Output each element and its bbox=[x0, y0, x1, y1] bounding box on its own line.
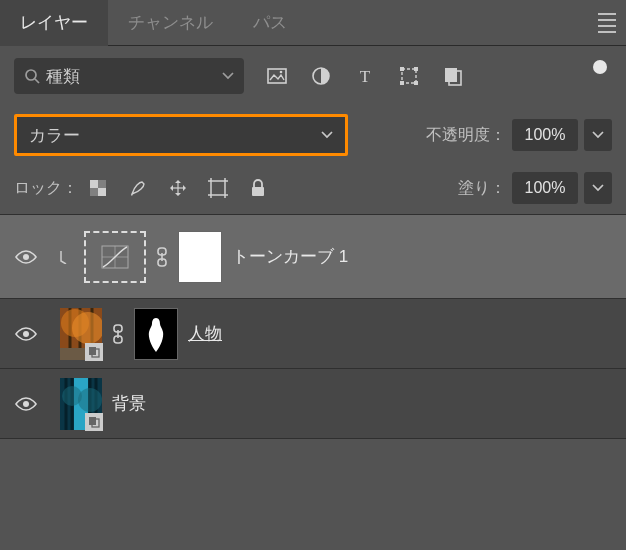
svg-rect-9 bbox=[400, 81, 404, 85]
chevron-down-icon bbox=[321, 131, 333, 139]
lock-position-icon[interactable] bbox=[168, 178, 188, 198]
svg-text:T: T bbox=[360, 67, 371, 85]
filter-toggle[interactable] bbox=[588, 58, 612, 94]
filter-adjustment-icon[interactable] bbox=[310, 65, 332, 87]
layer-thumbnail[interactable] bbox=[60, 308, 102, 360]
tab-layers[interactable]: レイヤー bbox=[0, 0, 108, 46]
fill-caret[interactable] bbox=[584, 172, 612, 204]
filter-pixel-icon[interactable] bbox=[266, 65, 288, 87]
fill-input[interactable]: 100% bbox=[512, 172, 578, 204]
svg-point-29 bbox=[23, 254, 29, 260]
svg-point-46 bbox=[23, 401, 29, 407]
svg-rect-16 bbox=[90, 188, 98, 196]
link-icon[interactable] bbox=[156, 247, 168, 267]
visibility-icon[interactable] bbox=[15, 396, 37, 412]
lock-artboard-icon[interactable] bbox=[208, 178, 228, 198]
svg-point-0 bbox=[26, 70, 36, 80]
lock-pixels-icon[interactable] bbox=[128, 178, 148, 198]
svg-rect-6 bbox=[402, 69, 416, 83]
blend-row: カラー 不透明度： 100% bbox=[0, 106, 626, 166]
svg-line-1 bbox=[35, 79, 39, 83]
tab-paths[interactable]: パス bbox=[233, 0, 307, 46]
opacity-input[interactable]: 100% bbox=[512, 119, 578, 151]
layer-row[interactable]: 背景 bbox=[0, 369, 626, 439]
chevron-down-icon bbox=[222, 72, 234, 80]
panel-tabs: レイヤー チャンネル パス bbox=[0, 0, 626, 46]
visibility-icon[interactable] bbox=[15, 249, 37, 265]
svg-rect-2 bbox=[268, 69, 286, 83]
svg-rect-19 bbox=[211, 181, 225, 195]
lock-transparency-icon[interactable] bbox=[88, 178, 108, 198]
svg-rect-11 bbox=[445, 68, 457, 82]
layers-list: トーンカーブ 1 人物 bbox=[0, 214, 626, 439]
clip-indicator-icon bbox=[60, 250, 72, 264]
search-icon bbox=[24, 68, 40, 84]
lock-all-icon[interactable] bbox=[248, 178, 268, 198]
filter-type-label: 種類 bbox=[46, 65, 222, 88]
filter-type-select[interactable]: 種類 bbox=[14, 58, 244, 94]
layer-name: 背景 bbox=[112, 392, 146, 415]
svg-rect-13 bbox=[90, 180, 98, 188]
svg-rect-8 bbox=[414, 67, 418, 71]
mask-thumbnail[interactable] bbox=[178, 231, 222, 283]
svg-rect-14 bbox=[98, 188, 106, 196]
svg-point-36 bbox=[23, 331, 29, 337]
svg-point-50 bbox=[78, 388, 102, 412]
svg-rect-7 bbox=[400, 67, 404, 71]
smartobject-badge-icon bbox=[85, 343, 103, 361]
opacity-label: 不透明度： bbox=[426, 125, 506, 146]
filter-row: 種類 T bbox=[0, 46, 626, 106]
filter-shape-icon[interactable] bbox=[398, 65, 420, 87]
panel-menu-icon[interactable] bbox=[598, 13, 616, 33]
svg-rect-15 bbox=[98, 180, 106, 188]
layer-name: トーンカーブ 1 bbox=[232, 245, 348, 268]
lock-label: ロック： bbox=[14, 178, 78, 199]
blend-mode-select[interactable]: カラー bbox=[14, 114, 348, 156]
svg-rect-28 bbox=[252, 187, 264, 196]
svg-point-3 bbox=[280, 71, 283, 74]
opacity-caret[interactable] bbox=[584, 119, 612, 151]
lock-row: ロック： 塗り： 100% bbox=[0, 166, 626, 214]
layer-row[interactable]: トーンカーブ 1 bbox=[0, 215, 626, 299]
visibility-icon[interactable] bbox=[15, 326, 37, 342]
mask-thumbnail[interactable] bbox=[134, 308, 178, 360]
blend-mode-label: カラー bbox=[29, 124, 321, 147]
fill-label: 塗り： bbox=[458, 178, 506, 199]
layer-row[interactable]: 人物 bbox=[0, 299, 626, 369]
filter-type-text-icon[interactable]: T bbox=[354, 65, 376, 87]
adjustment-thumbnail[interactable] bbox=[84, 231, 146, 283]
smartobject-badge-icon bbox=[85, 413, 103, 431]
filter-smartobject-icon[interactable] bbox=[442, 65, 464, 87]
layer-name: 人物 bbox=[188, 322, 222, 345]
svg-rect-10 bbox=[414, 81, 418, 85]
tab-channels[interactable]: チャンネル bbox=[108, 0, 233, 46]
link-icon[interactable] bbox=[112, 324, 124, 344]
layer-thumbnail[interactable] bbox=[60, 378, 102, 430]
